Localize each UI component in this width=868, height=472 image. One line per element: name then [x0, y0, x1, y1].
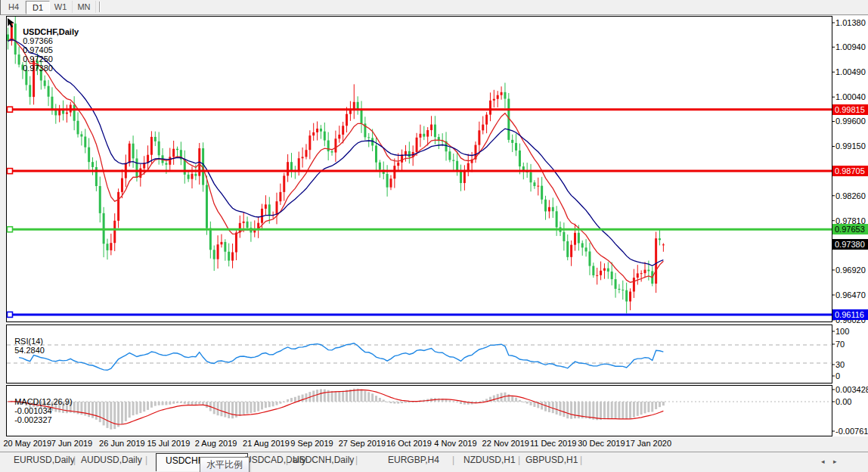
price-level-badge: 0.97653 [832, 224, 868, 234]
macd-axis-label: -0.007615 [835, 427, 868, 436]
horizontal-scale-tooltip: 水平比例 [200, 457, 250, 472]
rsi-header: RSI(14) 54.2840 [10, 328, 45, 355]
tab-separator: | [580, 455, 582, 465]
hline-handle[interactable] [8, 169, 13, 174]
macd-axis-label: 0.003428 [835, 385, 868, 394]
ohlc-low: 0.97250 [23, 54, 53, 64]
price-level-badge: 0.98705 [832, 166, 868, 176]
tab-separator: | [286, 455, 288, 465]
tab-eurusd-daily[interactable]: EURUSD,Daily [14, 455, 75, 465]
price-axis-tick-label: 1.00940 [835, 42, 866, 51]
date-axis-label: 17 Jan 2020 [626, 439, 672, 448]
chart-symbol-label: USDCHF,Daily [23, 27, 79, 36]
hline-handle[interactable] [8, 312, 13, 317]
ohlc-open: 0.97366 [23, 36, 53, 45]
tab-scroll-left-icon[interactable]: ◂ [821, 458, 825, 465]
price-axis-tick-label: 0.98260 [835, 191, 866, 200]
timeframe-button-h4[interactable]: H4 [2, 1, 26, 13]
rsi-axis-label: 70 [835, 340, 845, 349]
ohlc-close: 0.97380 [23, 64, 53, 73]
date-axis-label: 30 Dec 2019 [578, 439, 625, 448]
rsi-value: 54.2840 [14, 346, 45, 355]
hline-handle[interactable] [8, 227, 13, 232]
price-level-badge: 0.96116 [832, 309, 868, 320]
price-axis-tick-label: 0.96470 [835, 290, 866, 300]
tab-separator: | [452, 455, 454, 465]
macd-title: MACD(12,26,9) [14, 397, 72, 406]
rsi-axis-label: 0 [835, 371, 840, 380]
timeframe-toolbar: H4 D1 W1 MN [0, 0, 868, 15]
timeframe-button-mn[interactable]: MN [73, 1, 96, 13]
timeframe-button-w1[interactable]: W1 [49, 1, 73, 13]
main-chart-panel[interactable] [7, 17, 832, 322]
date-axis-label: 7 Jun 2019 [51, 439, 92, 448]
date-axis-label: 22 Nov 2019 [482, 439, 529, 448]
price-axis-tick-label: 0.99600 [835, 116, 866, 126]
price-axis-tick-label: 1.01380 [835, 18, 866, 27]
tab-separator: | [518, 455, 520, 465]
tab-usdcnh-daily[interactable]: USDCNH,Daily [293, 455, 354, 465]
macd-main-value: -0.001034 [14, 406, 52, 415]
price-axis-tick-label: 1.00040 [835, 92, 866, 101]
date-axis-label: 26 Jun 2019 [99, 439, 145, 448]
date-axis-label: 4 Nov 2019 [434, 439, 476, 448]
price-axis-tick-label: 0.99150 [835, 141, 866, 151]
chart-canvas[interactable] [0, 0, 868, 472]
date-axis-label: 16 Oct 2019 [386, 439, 432, 448]
date-axis-label: 15 Jul 2019 [147, 439, 190, 448]
date-axis-label: 9 Sep 2019 [290, 439, 333, 448]
rsi-axis-label: 100 [835, 327, 849, 336]
date-axis-label: 20 May 2019 [4, 439, 52, 448]
macd-header: MACD(12,26,9) -0.001034 -0.002327 [10, 388, 73, 424]
date-axis-label: 27 Sep 2019 [339, 439, 386, 448]
tab-eurgbp-h4[interactable]: EURGBP,H4 [388, 455, 439, 465]
price-level-badge: 0.97380 [832, 239, 868, 250]
tab-audusd-daily[interactable]: AUDUSD,Daily [81, 455, 142, 465]
rsi-panel[interactable] [7, 325, 832, 384]
tab-separator: | [355, 455, 358, 465]
toolbar-separator [99, 2, 101, 12]
hline-handle[interactable] [8, 107, 13, 112]
date-axis-label: 21 Aug 2019 [243, 439, 290, 448]
tab-separator: | [73, 455, 76, 465]
date-axis-label: 11 Dec 2019 [530, 439, 577, 448]
tab-separator: | [145, 455, 147, 465]
tab-scroll-right-icon[interactable]: ▸ [833, 458, 837, 465]
rsi-title: RSI(14) [14, 337, 43, 346]
price-axis-tick-label: 0.96920 [835, 266, 866, 275]
rsi-axis-label: 30 [835, 360, 845, 369]
tab-gbpusd-h1[interactable]: GBPUSD,H1 [525, 455, 578, 465]
macd-signal-value: -0.002327 [14, 415, 52, 424]
price-level-badge: 0.99815 [832, 104, 868, 115]
price-axis-tick-label: 1.00490 [835, 67, 866, 76]
ohlc-high: 0.97405 [23, 45, 53, 54]
chart-tab-bar: USDCHF,Daily EURUSD,DailyAUDUSD,DailyUSD… [0, 452, 868, 472]
tab-nzdusd-h1[interactable]: NZDUSD,H1 [463, 455, 516, 465]
chart-title: USDCHF,Daily 0.97366 0.97405 0.97250 0.9… [18, 18, 79, 73]
date-axis-label: 2 Aug 2019 [195, 439, 237, 448]
timeframe-button-d1[interactable]: D1 [26, 1, 50, 14]
macd-axis-label: 0.00 [835, 397, 851, 406]
